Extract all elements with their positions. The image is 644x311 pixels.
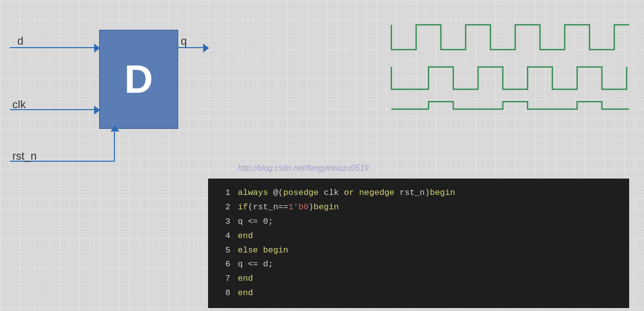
code-line-3: 3 q <= 0; (218, 215, 619, 229)
d-flip-flop-block: D (99, 30, 178, 129)
code-content-4: end (238, 229, 253, 244)
code-content-5: else begin (238, 244, 288, 258)
code-content-6: q <= d; (238, 257, 273, 272)
waveform-svg (386, 10, 629, 119)
waveform-clk (391, 67, 627, 89)
line-num-5: 5 (218, 244, 230, 258)
rst-port-label: rst_n (12, 150, 37, 163)
line-num-7: 7 (218, 272, 230, 286)
code-content-7: end (238, 272, 253, 286)
line-num-8: 8 (218, 286, 230, 301)
waveform-display (386, 10, 629, 119)
d-port-label: d (17, 35, 23, 48)
code-line-7: 7 end (218, 272, 619, 286)
q-output-arrowhead (203, 44, 209, 53)
clk-input-arrowhead (94, 106, 100, 115)
dff-diagram: D d q clk rst_n (10, 10, 208, 174)
line-num-3: 3 (218, 215, 230, 229)
code-content-3: q <= 0; (238, 215, 273, 229)
watermark: http://blog.csdn.net/fengyinwuzu0519 (238, 164, 369, 173)
code-content-1: always @(posedge clk or negedge rst_n)be… (238, 186, 455, 200)
code-line-6: 6 q <= d; (218, 257, 619, 272)
line-num-6: 6 (218, 257, 230, 272)
line-num-4: 4 (218, 229, 230, 244)
rst-input-arrowhead (110, 125, 119, 131)
code-block: 1 always @(posedge clk or negedge rst_n)… (208, 179, 629, 308)
code-line-4: 4 end (218, 229, 619, 244)
code-content-2: if(rst_n==1'b0)begin (238, 200, 339, 215)
code-line-8: 8 end (218, 286, 619, 301)
code-line-2: 2 if(rst_n==1'b0)begin (218, 200, 619, 215)
line-num-2: 2 (218, 200, 230, 215)
waveform-d (391, 25, 629, 50)
q-port-label: q (181, 35, 187, 48)
waveform-q (391, 102, 629, 109)
code-line-5: 5 else begin (218, 244, 619, 258)
code-line-1: 1 always @(posedge clk or negedge rst_n)… (218, 186, 619, 200)
d-flip-flop-label: D (124, 57, 153, 102)
d-input-arrowhead (94, 44, 100, 53)
rst-input-wire-v (114, 129, 115, 161)
code-content-8: end (238, 286, 253, 301)
line-num-1: 1 (218, 186, 230, 200)
clk-port-label: clk (12, 98, 26, 111)
